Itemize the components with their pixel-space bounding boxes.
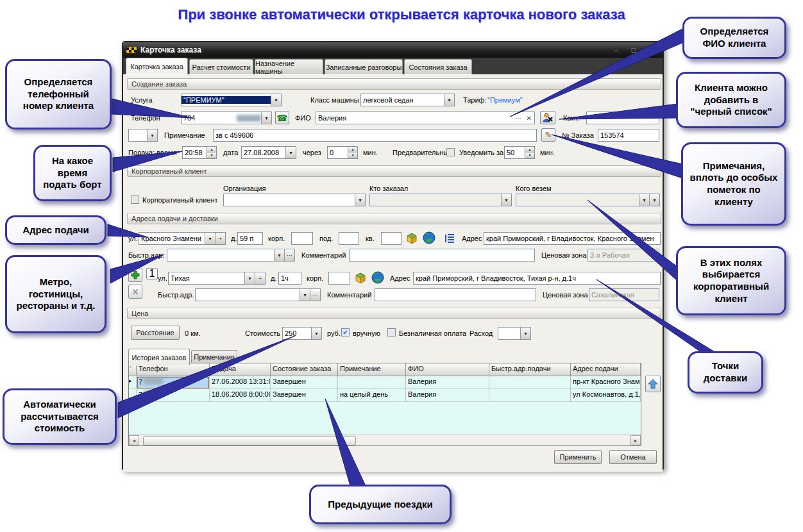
dropdown-arrow-icon[interactable]: ▾ <box>271 94 281 106</box>
who-ordered-combo[interactable]: ▾ <box>369 194 512 206</box>
apply-button[interactable]: Применить <box>554 450 602 464</box>
corporate-checkbox[interactable] <box>131 195 139 204</box>
address-list-icon[interactable] <box>444 233 455 244</box>
add-street-button[interactable]: + <box>255 272 265 284</box>
service-combo[interactable]: "ПРЕМИУМ" ▾ <box>181 94 282 106</box>
col-fio[interactable]: ФИО <box>406 363 489 376</box>
close-button[interactable]: ✕ <box>643 44 659 55</box>
order-history-table[interactable]: * Телефон Подача Состояние заказа Примеч… <box>128 363 641 446</box>
dest-house-field[interactable]: 1ч <box>278 272 301 285</box>
cashless-checkbox[interactable] <box>387 328 396 337</box>
fio-clear-button[interactable]: ✕ <box>524 115 534 122</box>
dropdown-arrow-icon[interactable]: ▾ <box>501 194 511 206</box>
col-phone[interactable]: Телефон <box>137 363 210 376</box>
house-icon[interactable] <box>354 270 367 285</box>
manual-checkbox[interactable]: ✔ <box>341 328 350 337</box>
edit-note-button[interactable]: ✎ <box>541 128 555 142</box>
dropdown-arrow-icon[interactable]: ▾ <box>649 194 659 206</box>
cell-pickup-addr[interactable]: ул Космонавтов, д.1, <box>571 389 641 402</box>
cancel-button[interactable]: Отмена <box>609 450 657 464</box>
dest-fast-addr-combo[interactable]: ▾··· <box>195 288 321 301</box>
cell-pickup-addr[interactable]: пр-кт Красного Знам <box>571 376 641 389</box>
scroll-left-icon[interactable]: ◂ <box>129 435 139 445</box>
via-spinner[interactable]: 0▴▾ <box>327 146 358 159</box>
dropdown-arrow-icon[interactable]: ▾ <box>520 328 530 339</box>
dropdown-arrow-icon[interactable]: ▾ <box>300 289 310 301</box>
notify-spinner[interactable]: 50▴▾ <box>504 146 535 159</box>
car-class-combo[interactable]: легковой седан ▾ <box>360 94 455 106</box>
col-fast-addr[interactable]: Быстр.адр.подачи <box>489 363 571 376</box>
tab-recordings[interactable]: Записанные разговоры <box>325 59 403 74</box>
col-feed[interactable]: Подача <box>210 363 271 376</box>
dropdown-arrow-icon[interactable]: ▾ <box>205 233 215 244</box>
dropdown-arrow-icon[interactable]: ▾ <box>311 328 321 339</box>
tab-car-assign[interactable]: Назначение машины <box>255 59 323 74</box>
pickup-comment-field[interactable] <box>349 249 535 262</box>
tab-order-states[interactable]: Состояния заказа <box>404 59 472 74</box>
spinner-arrows-icon[interactable]: ▴▾ <box>525 147 534 158</box>
note-type-combo[interactable]: ▾ <box>128 129 158 142</box>
browse-button[interactable]: ··· <box>284 249 294 261</box>
add-street-button[interactable]: + <box>215 233 225 244</box>
cell-fast-addr[interactable] <box>489 376 571 389</box>
cell-feed[interactable]: 27.06.2008 13:31:0 <box>210 376 271 389</box>
maximize-button[interactable]: □ <box>626 44 641 55</box>
dropdown-arrow-icon[interactable]: ▾ <box>639 194 649 206</box>
horizontal-scrollbar[interactable]: ◂ ▸ <box>129 435 641 445</box>
dropdown-arrow-icon[interactable]: ▾ <box>274 249 284 261</box>
tab-order-card[interactable]: Карточка заказа <box>126 58 188 74</box>
minimize-button[interactable]: – <box>609 44 624 55</box>
browse-button[interactable]: ··· <box>310 289 320 301</box>
tab-cost-calc[interactable]: Расчет стоимости <box>189 59 253 74</box>
dropdown-arrow-icon[interactable]: ▾ <box>261 112 271 124</box>
cell-state[interactable]: Завершен <box>271 376 338 389</box>
dropdown-arrow-icon[interactable]: ▾ <box>147 129 157 141</box>
cell-fio[interactable]: Валерия <box>406 389 489 402</box>
remove-destination-button[interactable]: ✕ <box>128 285 142 299</box>
scroll-top-button[interactable] <box>645 376 661 392</box>
fio-more-button[interactable]: ··· <box>514 115 524 122</box>
expense-combo[interactable]: ▾ <box>498 327 531 340</box>
dropdown-arrow-icon[interactable]: ▾ <box>244 272 255 284</box>
spinner-arrows-icon[interactable]: ▴▾ <box>207 147 216 158</box>
col-pickup-addr[interactable]: Адрес подачи <box>571 363 641 376</box>
cell-phone[interactable]: 7 <box>137 376 210 389</box>
cell-note[interactable]: на целый день <box>338 389 406 402</box>
dest-street-combo[interactable]: Тихая▾+ <box>168 272 266 285</box>
distance-button[interactable]: Расстояние <box>131 326 180 340</box>
globe-icon[interactable] <box>371 270 385 285</box>
organization-combo[interactable]: ▾ <box>223 194 366 206</box>
dest-comment-field[interactable] <box>375 288 536 301</box>
pickup-address-field[interactable]: край Приморский, г Владивосток, Красного… <box>484 232 661 245</box>
date-combo[interactable]: 27.08.2008▾ <box>241 146 296 159</box>
pickup-pod-field[interactable] <box>339 232 359 245</box>
feed-time-spinner[interactable]: 20:58▴▾ <box>182 146 217 159</box>
kvit-field[interactable] <box>586 112 659 124</box>
cost-combo[interactable]: 250▾ <box>282 327 322 340</box>
cell-fio[interactable]: Валерия <box>406 376 489 389</box>
pickup-kv-field[interactable] <box>381 232 402 245</box>
col-state[interactable]: Состояние заказа <box>271 363 338 376</box>
order-no-field[interactable]: 153574 <box>598 129 659 142</box>
tab-order-history[interactable]: История заказов <box>128 349 190 365</box>
scroll-right-icon[interactable]: ▸ <box>630 435 641 445</box>
cell-phone[interactable]: 7 <box>137 389 210 402</box>
dropdown-arrow-icon[interactable]: ▾ <box>444 94 454 106</box>
dropdown-arrow-icon[interactable]: ▾ <box>355 194 365 206</box>
blacklist-button[interactable] <box>540 111 555 124</box>
note-field[interactable]: зв с 459606 <box>213 129 537 142</box>
globe-icon[interactable] <box>422 231 436 245</box>
pickup-korp-field[interactable] <box>291 232 313 245</box>
add-destination-button[interactable] <box>128 268 142 282</box>
phone-combo[interactable]: 704 ▾ <box>181 112 272 124</box>
cell-fast-addr[interactable] <box>489 389 571 402</box>
pickup-house-field[interactable]: 59 п <box>237 232 263 245</box>
dest-address-field[interactable]: край Приморский, г Владивосток, Тихая р-… <box>413 272 661 285</box>
scrollbar-thumb[interactable] <box>143 436 356 445</box>
dial-phone-button[interactable]: ☎ <box>275 111 289 124</box>
tab-notes[interactable]: Примечания <box>191 350 237 363</box>
cell-note[interactable] <box>338 376 406 389</box>
preliminary-checkbox[interactable] <box>446 148 455 156</box>
pickup-fast-addr-combo[interactable]: ▾··· <box>167 249 295 262</box>
dest-korp-field[interactable] <box>328 272 350 285</box>
